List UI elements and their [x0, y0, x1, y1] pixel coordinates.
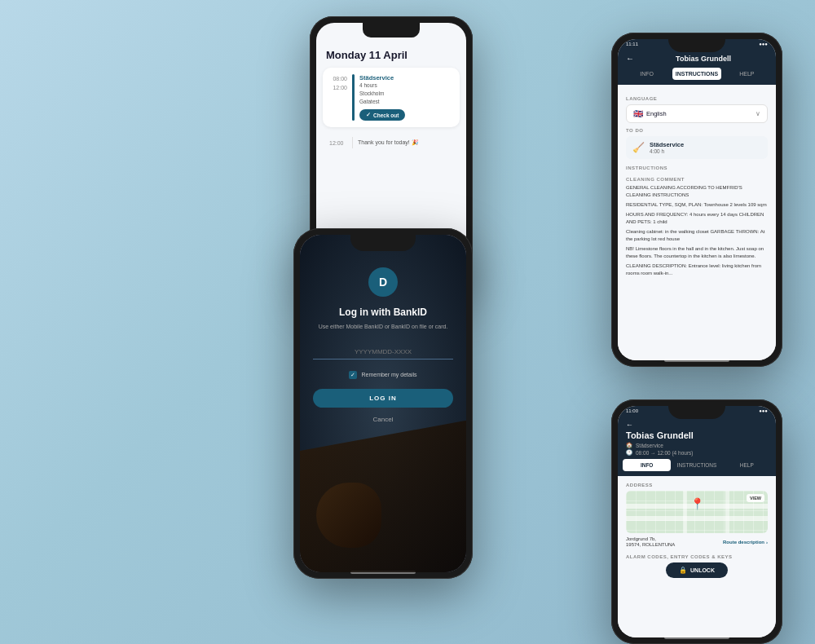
cleaning-comment-label: CLEANING COMMENT: [626, 177, 768, 182]
phone-info: 11:00 ●●● ← Tobias Grundell 🏠 Städservic…: [611, 399, 782, 644]
status-time: 11:11: [626, 42, 638, 46]
bankid-subtitle: Use either Mobile BankID or BankID on fi…: [319, 323, 448, 332]
divider: [352, 137, 353, 148]
home-bar-4: [664, 636, 729, 639]
bankid-content: D Log in with BankID Use either Mobile B…: [300, 235, 466, 436]
todo-card: 🧹 Städservice 4:00 h: [626, 136, 768, 159]
alarm-section-label: ALARM CODES, ENTRY CODES & KEYS: [626, 554, 768, 559]
bankid-input[interactable]: [313, 345, 453, 359]
schedule-color-bar: [352, 74, 355, 121]
unlock-label: UNLOCK: [690, 567, 715, 573]
instructions-body: LANGUAGE 🇬🇧 English ∨ TO DO 🧹 Städservic…: [618, 85, 776, 360]
info-header: ← Tobias Grundell 🏠 Städservice 🕐 08:00 …: [618, 416, 776, 459]
info-tabs: INFO INSTRUCTIONS HELP: [618, 459, 776, 476]
checkout-button[interactable]: ✓ Check out: [359, 109, 405, 121]
remember-checkbox[interactable]: ✓: [349, 371, 357, 379]
phone-1-notch: [363, 23, 420, 37]
phone-2-notch: [668, 39, 725, 52]
time-icon: 🕐: [626, 449, 632, 456]
schedule-date: Monday 11 April: [316, 46, 466, 68]
flag-icon: 🇬🇧: [633, 109, 643, 118]
time-range: 08:00 → 12:00 (4 hours): [636, 450, 693, 456]
language-section-label: LANGUAGE: [626, 96, 768, 101]
logo-letter: D: [379, 276, 387, 289]
todo-time: 4:00 h: [650, 148, 684, 154]
tab-instructions[interactable]: INSTRUCTIONS: [672, 459, 720, 471]
service-hours: 4 hours: [359, 82, 453, 90]
info-back-button[interactable]: ←: [626, 421, 768, 429]
service-location: Stockholm: [359, 90, 453, 98]
phone-4-notch: [668, 406, 725, 419]
phone-bankid-screen: D Log in with BankID Use either Mobile B…: [300, 235, 466, 572]
lock-icon: 🔒: [679, 567, 687, 574]
status-icons: ●●●: [759, 42, 768, 46]
map-road-v: [683, 491, 687, 533]
thank-text: Thank you for today! 🎉: [358, 139, 419, 146]
hand-detail: [316, 483, 381, 548]
back-button[interactable]: ←: [626, 54, 634, 63]
header-name: Tobias Grundell: [639, 55, 768, 63]
service-icon: 🏠: [626, 442, 632, 448]
checkout-label: Check out: [373, 112, 399, 118]
todo-details: Städservice 4:00 h: [650, 141, 684, 154]
tab-info[interactable]: INFO: [623, 68, 671, 80]
map-view-button[interactable]: VIEW: [747, 494, 764, 502]
phone-info-screen: 11:00 ●●● ← Tobias Grundell 🏠 Städservic…: [618, 406, 776, 637]
map-road-v2: [725, 491, 729, 533]
tab-info[interactable]: INFO: [623, 459, 671, 471]
phone-3-notch: [350, 235, 416, 251]
login-button[interactable]: LOG IN: [313, 389, 453, 408]
phone-instructions-screen: 11:11 ●●● ← Tobias Grundell INFO INSTRUC…: [618, 39, 776, 360]
route-description-button[interactable]: Route description ›: [723, 540, 768, 545]
address-row: Jordgrund 7b, 19574, ROLLENTUNA Route de…: [626, 536, 768, 548]
unlock-button[interactable]: 🔒 UNLOCK: [666, 562, 728, 578]
info-screen: 11:00 ●●● ← Tobias Grundell 🏠 Städservic…: [618, 406, 776, 637]
cancel-button[interactable]: Cancel: [373, 416, 394, 423]
time-row: 🕐 08:00 → 12:00 (4 hours): [626, 449, 768, 456]
tab-help[interactable]: HELP: [723, 459, 771, 471]
todo-service-name: Städservice: [650, 141, 684, 148]
todo-section-label: TO DO: [626, 128, 768, 133]
language-name: English: [646, 110, 752, 117]
service-name: Städservice: [359, 74, 453, 82]
chevron-down-icon: ∨: [756, 110, 760, 117]
check-icon: ✓: [366, 112, 371, 118]
instructions-section-label: INSTRUCTIONS: [626, 165, 768, 170]
comment-line5: NB! Limestone floors in the hall and in …: [626, 245, 768, 260]
thank-time: 12:00: [329, 140, 347, 146]
instructions-tabs: INFO INSTRUCTIONS HELP: [618, 68, 776, 85]
chevron-right-icon: ›: [766, 540, 768, 545]
home-bar-2: [664, 359, 729, 362]
comment-line3: HOURS AND FREQUENCY: 4 hours every 14 da…: [626, 211, 768, 226]
tab-instructions[interactable]: INSTRUCTIONS: [672, 68, 720, 80]
bankid-logo: D: [368, 267, 398, 297]
address-line2: 19574, ROLLENTUNA: [626, 542, 675, 547]
comment-line2: RESIDENTIAL TYPE, SQM, PLAN: Townhouse 2…: [626, 201, 768, 209]
service-label: Städservice: [636, 443, 663, 448]
address-block: Jordgrund 7b, 19574, ROLLENTUNA: [626, 536, 675, 548]
map-container: 📍 VIEW: [626, 491, 768, 533]
end-time: 12:00: [329, 83, 347, 92]
route-label: Route description: [723, 540, 764, 545]
info-body: ADDRESS 📍 VIEW Jordgrund 7b, 19574, ROLL…: [618, 476, 776, 637]
service-row: 🏠 Städservice: [626, 442, 768, 448]
info-status-time: 11:00: [626, 408, 638, 413]
bankid-title: Log in with BankID: [339, 307, 427, 318]
schedule-time-block: 08:00 12:00: [329, 74, 347, 121]
schedule-item: 08:00 12:00 Städservice 4 hours Stockhol…: [323, 68, 460, 127]
start-time: 08:00: [329, 74, 347, 83]
tab-help[interactable]: HELP: [723, 68, 771, 80]
bankid-screen: D Log in with BankID Use either Mobile B…: [300, 235, 466, 572]
phone-bankid: D Log in with BankID Use either Mobile B…: [293, 228, 473, 579]
map-pin-icon: 📍: [690, 497, 704, 510]
client-name: Tobias Grundell: [626, 430, 768, 440]
comment-line6: CLEANING DESCRIPTION: Entrance level: li…: [626, 262, 768, 277]
phone-instructions: 11:11 ●●● ← Tobias Grundell INFO INSTRUC…: [611, 33, 782, 367]
info-status-icons: ●●●: [759, 408, 768, 413]
broom-icon: 🧹: [632, 142, 645, 153]
language-selector[interactable]: 🇬🇧 English ∨: [626, 104, 768, 123]
comment-line1: GENERAL CLEANING ACCORDING TO HEMFRID'S …: [626, 184, 768, 199]
remember-row: ✓ Remember my details: [349, 371, 416, 379]
instructions-screen: 11:11 ●●● ← Tobias Grundell INFO INSTRUC…: [618, 39, 776, 360]
comment-line4: Cleaning cabinet: in the walking closet …: [626, 228, 768, 243]
